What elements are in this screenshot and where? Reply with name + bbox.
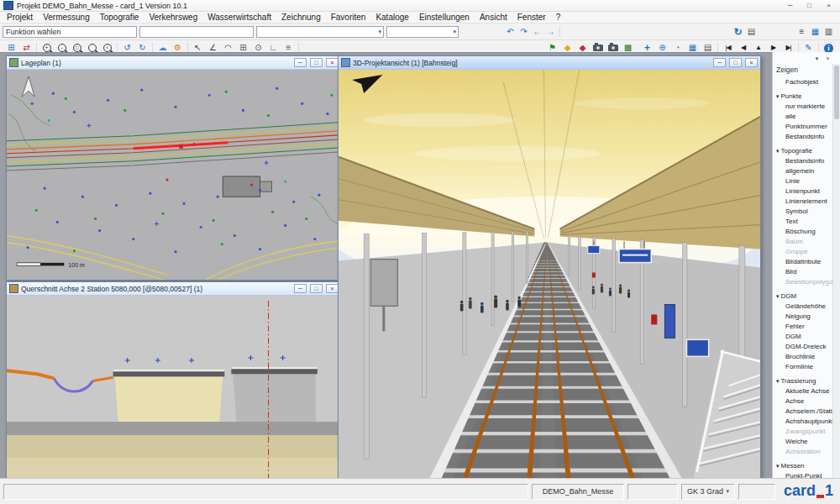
panel-tree-item[interactable]: ▾Bestandsinfo (775, 132, 839, 142)
panel-tree-item[interactable]: ▾Bruchlinie (775, 352, 839, 362)
lageplan-maximize-button[interactable]: □ (310, 58, 323, 67)
menu-item[interactable]: Fenster (512, 13, 551, 22)
panel-tree-item[interactable]: ▾DGM-Dreieck (775, 342, 839, 352)
panel-tree-item[interactable]: ▾Fehler (775, 322, 839, 332)
lageplan-minimize-button[interactable]: ─ (294, 58, 307, 67)
querschnitt-minimize-button[interactable]: ─ (294, 284, 307, 293)
history-icon-group: ↶↷←→ (501, 26, 560, 37)
lageplan-titlebar[interactable]: Lageplan (1) ─ □ × (7, 56, 341, 70)
panel-tree-item[interactable]: ▾Böschung (775, 227, 839, 237)
lageplan-canvas[interactable]: 100 m (7, 70, 341, 280)
panel-tree-item[interactable]: ▾Achselem./Station (775, 407, 839, 417)
panel-tree-item[interactable]: ▾Symbol (775, 207, 839, 217)
projektansicht-3d-titlebar[interactable]: 3D-Projektansicht (1) [Bahnsteig] ─ □ × (339, 56, 760, 70)
panel-tree-item[interactable]: ▾DGM (775, 332, 839, 342)
menu-item[interactable]: Zeichnung (276, 13, 326, 22)
app-title: Projekt DEMO_Bahn_Messe - card_1 Version… (17, 2, 187, 10)
panel-menu-button[interactable]: ▾ (812, 55, 822, 63)
panel-tree-item[interactable]: ▾nur markierte (775, 102, 839, 112)
grid-panel-icon[interactable]: ▦ (809, 26, 822, 37)
panel-tree-item[interactable]: ▾Trassierung (775, 376, 839, 386)
panel-tree-item[interactable]: ▾Topografie (775, 146, 839, 156)
print-icon[interactable]: ▤ (745, 26, 758, 37)
querschnitt-close-button[interactable]: × (326, 284, 339, 293)
lageplan-map[interactable]: 100 m (7, 70, 341, 280)
panel-tree-item[interactable]: ▾Aktuelle Achse (775, 386, 839, 396)
panel-tree-item[interactable]: ▾Linienpunkt (775, 186, 839, 197)
querschnitt-title: Querschnitt Achse 2 Station 5080,000 [@5… (21, 285, 291, 293)
scene-3d[interactable] (339, 70, 760, 478)
lageplan-window: Lageplan (1) ─ □ × (6, 55, 342, 281)
mdi-workspace: Lageplan (1) ─ □ × (0, 52, 773, 479)
panel-tree-item[interactable]: ▾Selektionpolygon (775, 277, 839, 287)
querschnitt-maximize-button[interactable]: □ (310, 284, 323, 293)
back-icon[interactable]: ← (531, 26, 543, 37)
panel-tree-item[interactable]: ▾Gruppe (775, 247, 839, 257)
app-close-button[interactable]: × (821, 1, 837, 10)
view3d-maximize-button[interactable]: □ (729, 58, 742, 67)
panel-tree-item[interactable]: ▾Neigung (775, 312, 839, 322)
menu-item[interactable]: Topografie (95, 13, 144, 22)
refresh-sync-icon[interactable]: ↻ (732, 26, 744, 37)
scrollbar-thumb[interactable] (834, 66, 839, 119)
embankment-fill-2 (233, 374, 315, 422)
projektansicht-3d-canvas[interactable] (339, 70, 760, 478)
logo-text-suffix: 1 (825, 482, 833, 500)
crs-select[interactable]: GK 3 Grad ▾ (681, 484, 735, 500)
panel-tree-item[interactable]: ▾Formlinie (775, 362, 839, 372)
menu-item[interactable]: Verkehrsweg (144, 13, 202, 22)
list-panel-icon[interactable]: ≡ (795, 26, 808, 37)
menu-item[interactable]: ? (551, 13, 566, 22)
menu-item[interactable]: Favoriten (326, 13, 371, 22)
panel-tree-item[interactable]: ▾Text (775, 217, 839, 227)
menu-item[interactable]: Projekt (2, 13, 38, 22)
menu-item[interactable]: Einstellungen (414, 13, 475, 22)
view3d-close-button[interactable]: × (745, 58, 758, 67)
layout-panel-icon[interactable]: ▥ (822, 26, 835, 37)
lageplan-close-button[interactable]: × (326, 58, 339, 67)
panel-tree-item[interactable]: ▾Bestandsinfo (775, 156, 839, 166)
panel-tree-item[interactable]: ▾Linie (775, 176, 839, 186)
panel-tree-item[interactable]: ▾Zwangspunkt (775, 427, 839, 437)
panel-tree-item[interactable]: ▾allgemein (775, 166, 839, 176)
sync-icon-group: ↻▤ (729, 26, 760, 37)
view3d-minimize-button[interactable]: ─ (713, 58, 726, 67)
forward-icon[interactable]: → (544, 26, 557, 37)
panel-close-button[interactable]: × (823, 55, 832, 63)
panel-tree-item[interactable]: ▾Bildattribute (775, 257, 839, 267)
undo-icon[interactable]: ↶ (504, 26, 517, 37)
querschnitt-titlebar[interactable]: Querschnitt Achse 2 Station 5080,000 [@5… (7, 282, 341, 296)
function-parameter-input[interactable] (139, 26, 254, 38)
panel-tree-item[interactable]: ▾Achse (775, 396, 839, 407)
function-select-input[interactable] (3, 26, 137, 38)
function-combo-1[interactable]: ▾ (256, 26, 384, 38)
app-maximize-button[interactable]: □ (801, 1, 817, 10)
panel-tree-item[interactable]: ▾Messen (775, 461, 839, 471)
redo-icon[interactable]: ↷ (517, 26, 530, 37)
panel-tree-item[interactable]: ▾Geländehöhe (775, 302, 839, 312)
menu-bar: ProjektVermessungTopografieVerkehrswegWa… (0, 12, 840, 24)
panel-tree-item[interactable]: ▾Punktnummer (775, 122, 839, 132)
panel-tree-item[interactable]: ▾Fachobjekt (775, 77, 839, 87)
app-minimize-button[interactable]: ─ (782, 1, 798, 10)
panel-tree-item[interactable]: ▾Bild (775, 267, 839, 277)
panel-tree-item[interactable]: ▾Achshauptpunkt (775, 417, 839, 427)
panel-tree-item[interactable]: ▾Linienelement (775, 197, 839, 207)
panel-scrollbar[interactable] (832, 64, 840, 479)
panel-tree-item[interactable]: ▾Baum (775, 237, 839, 247)
panel-tree-item[interactable]: ▾Weiche (775, 437, 839, 447)
querschnitt-canvas[interactable] (7, 296, 341, 478)
panel-tree-item[interactable]: ▾DGM (775, 291, 839, 302)
panel-caption: ▾ × (773, 52, 840, 64)
logo-underscore (816, 495, 824, 498)
function-combo-2[interactable]: ▾ (386, 26, 459, 38)
panel-tree-item[interactable]: ▾alle (775, 112, 839, 122)
menu-item[interactable]: Ansicht (475, 13, 512, 22)
panel-tree-item[interactable]: ▾Punkte (775, 92, 839, 102)
menu-item[interactable]: Kataloge (370, 13, 413, 22)
menu-item[interactable]: Vermessung (38, 13, 95, 22)
panel-tree-item[interactable]: ▾Achsstation (775, 447, 839, 457)
menu-item[interactable]: Wasserwirtschaft (202, 13, 276, 22)
chevron-down-icon: ▾ (453, 29, 456, 35)
querschnitt-view[interactable] (7, 296, 341, 478)
